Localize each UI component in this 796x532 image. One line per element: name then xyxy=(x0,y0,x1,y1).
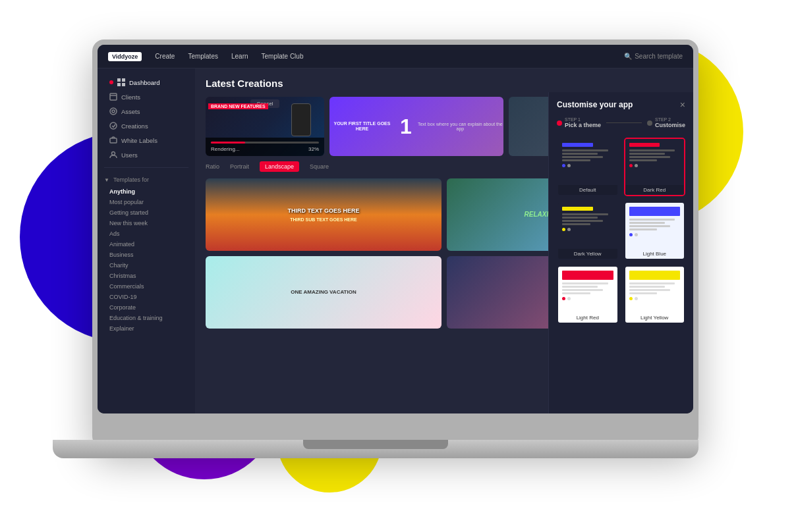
sidebar-subitem-charity[interactable]: Charity xyxy=(98,260,195,271)
card-red-label: BRAND NEW FEATURES xyxy=(208,103,268,109)
laptop-base xyxy=(53,440,698,458)
theme-preview-light-yellow xyxy=(625,267,685,313)
portrait-filter[interactable]: Portrait xyxy=(225,161,254,172)
laptop-notch xyxy=(303,440,448,449)
sidebar-subitem-anything[interactable]: Anything xyxy=(98,186,195,197)
theme-card-default[interactable]: Default xyxy=(557,138,619,196)
theme-card-light-red[interactable]: Light Red xyxy=(557,265,619,324)
ratio-label: Ratio xyxy=(206,163,219,170)
panel-header: Customise your app × xyxy=(557,100,685,109)
svg-rect-9 xyxy=(110,138,117,143)
render-overlay: Rendering... 32% xyxy=(206,138,324,156)
step1-dot xyxy=(557,120,562,126)
sidebar-subitem-getting-started[interactable]: Getting started xyxy=(98,207,195,218)
vacation-card-overlay: One Amazing VACATION xyxy=(206,256,441,329)
city-card-overlay: THIRD TEXT GOES HERE THIRD SUB TEXT GOES… xyxy=(206,178,441,251)
assets-icon xyxy=(109,107,117,115)
search-bar[interactable]: 🔍 Search template xyxy=(624,53,683,60)
step1-info: STEP 1 Pick a theme xyxy=(565,117,601,128)
sidebar-item-white-labels[interactable]: White Labels xyxy=(104,133,188,147)
nav-create[interactable]: Create xyxy=(155,53,175,60)
step-2: STEP 2 Customise xyxy=(647,117,685,128)
laptop-screen: Viddyoze Create Templates Learn Template… xyxy=(98,45,693,413)
panel-steps: STEP 1 Pick a theme STEP 2 Customise xyxy=(557,117,685,128)
dashboard-label: Dashboard xyxy=(129,79,159,86)
step2-info: STEP 2 Customise xyxy=(655,117,685,128)
step-1: STEP 1 Pick a theme xyxy=(557,117,601,128)
grid-card-city[interactable]: THIRD TEXT GOES HERE THIRD SUB TEXT GOES… xyxy=(206,178,441,251)
theme-preview-dark-red xyxy=(625,139,685,185)
sidebar-subitem-most-popular[interactable]: Most popular xyxy=(98,197,195,207)
sidebar-subitem-commercials[interactable]: Commercials xyxy=(98,281,195,292)
theme-light-blue-name: Light Blue xyxy=(625,249,685,259)
sidebar-subitem-new-this-week[interactable]: New this week xyxy=(98,218,195,228)
sidebar-subitem-explainer[interactable]: Explainer xyxy=(98,323,195,334)
theme-card-dark-red[interactable]: Dark Red xyxy=(624,138,686,196)
square-filter[interactable]: Square xyxy=(304,161,334,172)
close-panel-button[interactable]: × xyxy=(680,100,685,109)
sidebar-divider xyxy=(104,167,188,168)
render-info: Rendering... 32% xyxy=(211,146,319,152)
theme-dark-yellow-name: Dark Yellow xyxy=(558,249,617,259)
step-connector xyxy=(606,122,642,123)
anything-label: Anything xyxy=(109,188,135,195)
app-container: Viddyoze Create Templates Learn Template… xyxy=(98,45,693,413)
sidebar-item-assets[interactable]: Assets xyxy=(104,104,188,119)
creations-icon xyxy=(109,122,117,130)
card-overlay-purple: YOUR FIRST TITLE GOES HERE 1 Text box wh… xyxy=(329,97,503,156)
creations-label: Creations xyxy=(121,122,148,130)
sidebar-subitem-christmas[interactable]: Christmas xyxy=(98,271,195,281)
sidebar-subitem-education[interactable]: Education & training xyxy=(98,313,195,323)
search-icon: 🔍 xyxy=(624,53,632,60)
page-title: Latest Creations xyxy=(206,78,683,89)
svg-rect-4 xyxy=(110,93,117,100)
sidebar: Dashboard Clients Assets Creations xyxy=(98,68,195,413)
svg-rect-3 xyxy=(122,83,125,86)
theme-default-name: Default xyxy=(558,185,617,195)
landscape-filter[interactable]: Landscape xyxy=(260,161,299,172)
sidebar-item-users[interactable]: Users xyxy=(104,147,188,162)
card-subtitle-purple: Text box where you can explain about the… xyxy=(417,122,503,131)
nav-template-club[interactable]: Template Club xyxy=(262,53,304,60)
templates-header: ▼ Templates for xyxy=(98,173,195,186)
card-title-purple: YOUR FIRST TITLE GOES HERE xyxy=(329,121,395,132)
sidebar-subitem-animated[interactable]: Animated xyxy=(98,239,195,250)
theme-card-dark-yellow[interactable]: Dark Yellow xyxy=(557,201,619,260)
step1-title: Pick a theme xyxy=(565,122,601,128)
sidebar-subitem-ads[interactable]: Ads xyxy=(98,228,195,239)
sidebar-item-creations[interactable]: Creations xyxy=(104,119,188,133)
sidebar-subitem-corporate[interactable]: Corporate xyxy=(98,302,195,313)
sidebar-item-dashboard[interactable]: Dashboard xyxy=(104,75,188,90)
theme-light-red-name: Light Red xyxy=(558,313,617,323)
sidebar-item-clients[interactable]: Clients xyxy=(104,90,188,104)
white-labels-icon xyxy=(109,136,117,144)
sidebar-subitem-covid[interactable]: COVID-19 xyxy=(98,292,195,302)
users-label: Users xyxy=(121,151,138,159)
svg-rect-1 xyxy=(122,78,125,82)
theme-card-light-yellow[interactable]: Light Yellow xyxy=(624,265,686,324)
nav-templates[interactable]: Templates xyxy=(188,53,218,60)
svg-rect-0 xyxy=(117,78,121,82)
svg-point-8 xyxy=(110,122,117,129)
grid-card-vacation[interactable]: One Amazing VACATION xyxy=(206,256,441,329)
active-dot xyxy=(109,80,113,84)
laptop-frame: Viddyoze Create Templates Learn Template… xyxy=(92,40,698,448)
city-card-title: THIRD TEXT GOES HERE xyxy=(287,207,359,215)
template-card-purple[interactable]: YOUR FIRST TITLE GOES HERE 1 Text box wh… xyxy=(329,97,503,156)
theme-preview-default xyxy=(558,139,617,185)
step2-label: STEP 2 xyxy=(655,117,685,122)
render-progress-fill xyxy=(211,142,245,144)
svg-point-6 xyxy=(110,108,117,115)
dashboard-icon xyxy=(117,78,125,86)
svg-rect-2 xyxy=(117,83,121,86)
theme-light-yellow-name: Light Yellow xyxy=(625,313,685,323)
users-icon xyxy=(109,151,117,159)
render-percent: 32% xyxy=(308,146,319,152)
chevron-icon: ▼ xyxy=(104,177,109,183)
logo: Viddyoze xyxy=(108,52,142,61)
sidebar-subitem-business[interactable]: Business xyxy=(98,250,195,260)
panel-title: Customise your app xyxy=(557,100,633,109)
theme-preview-light-blue xyxy=(625,203,685,249)
theme-card-light-blue[interactable]: Light Blue xyxy=(624,201,686,260)
nav-learn[interactable]: Learn xyxy=(231,53,248,60)
